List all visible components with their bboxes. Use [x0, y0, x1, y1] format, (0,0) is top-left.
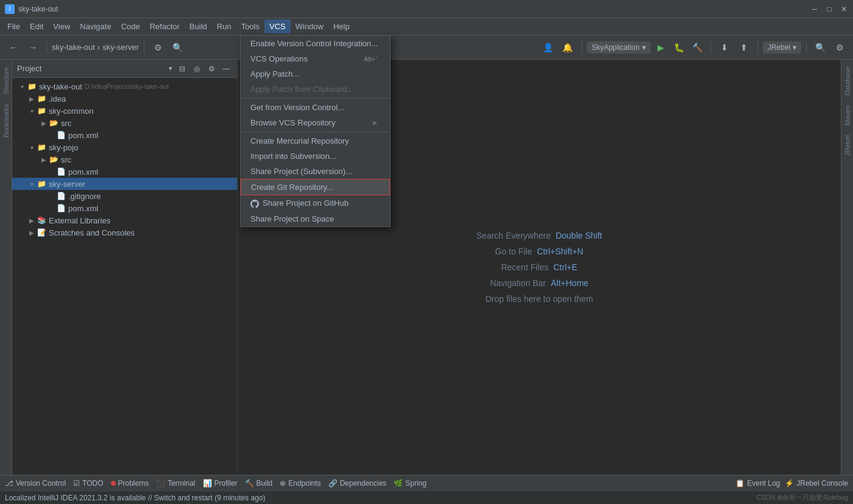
debug-button[interactable]: 🐛 [671, 40, 687, 55]
tree-item-pojo[interactable]: ▾ 📁 sky-pojo [12, 141, 237, 153]
avatar-button[interactable]: 👤 [540, 39, 557, 56]
menu-share-space[interactable]: Share Project on Space [241, 211, 390, 226]
search-button[interactable]: 🔍 [169, 39, 186, 56]
menu-create-git[interactable]: Create Git Repository... [241, 179, 390, 195]
sidebar-bookmarks[interactable]: Bookmarks [1, 102, 11, 140]
menu-enable-vcs[interactable]: Enable Version Control Integration... [241, 36, 390, 51]
git-pull-button[interactable]: ⬇ [716, 39, 733, 56]
status-jrebel-console[interactable]: ⚡ JRebel Console [785, 479, 848, 488]
status-profiler[interactable]: 📊 Profiler [203, 479, 238, 488]
folder-icon-idea: 📁 [37, 94, 46, 103]
tree-arrow-server: ▾ [27, 179, 37, 189]
panel-settings-button[interactable]: ⚙ [205, 63, 218, 75]
git-push-button[interactable]: ⬆ [735, 39, 752, 56]
tree-item-idea[interactable]: ▶ 📁 .idea [12, 93, 237, 105]
locate-button[interactable]: ◎ [191, 63, 203, 75]
menu-edit[interactable]: Edit [25, 19, 48, 33]
status-event-log[interactable]: 📋 Event Log [735, 479, 780, 488]
hint-drop-files: Drop files here to open them [476, 294, 602, 304]
breadcrumb-module[interactable]: sky-server [102, 43, 139, 52]
tree-arrow-root: ▾ [17, 82, 27, 91]
minimize-button[interactable]: ─ [810, 5, 819, 13]
menu-apply-patch[interactable]: Apply Patch... [241, 66, 390, 82]
maximize-button[interactable]: □ [825, 5, 834, 13]
toolbar: ← → sky-take-out › sky-server ⚙ 🔍 👤 🔔 Sk… [0, 35, 853, 60]
menu-create-mercurial[interactable]: Create Mercurial Repository [241, 133, 390, 149]
back-button[interactable]: ← [5, 39, 22, 56]
menu-view[interactable]: View [48, 19, 75, 33]
src-icon-pojo: 📂 [49, 155, 58, 164]
menu-vcs[interactable]: VCS [264, 19, 291, 33]
menu-tools[interactable]: Tools [236, 19, 264, 33]
tree-item-common[interactable]: ▾ 📁 sky-common [12, 105, 237, 117]
status-bar: ⎇ Version Control ☑ TODO Problems ⬛ Term… [0, 475, 853, 491]
menu-build[interactable]: Build [185, 19, 212, 33]
jrebel-config[interactable]: JRebel ▾ [763, 41, 801, 54]
search-toolbar-button[interactable]: 🔍 [812, 39, 829, 56]
tree-item-server[interactable]: ▾ 📁 sky-server [12, 178, 237, 190]
menu-run[interactable]: Run [212, 19, 236, 33]
tree-item-pojo-pom[interactable]: 📄 pom.xml [12, 166, 237, 178]
menu-share-subversion[interactable]: Share Project (Subversion)... [241, 164, 390, 179]
close-button[interactable]: ✕ [840, 5, 848, 13]
status-dependencies[interactable]: 🔗 Dependencies [328, 479, 387, 488]
sidebar-structure[interactable]: Structure [1, 65, 11, 97]
tree-item-scratches[interactable]: ▶ 📝 Scratches and Consoles [12, 226, 237, 239]
status-endpoints[interactable]: ⊕ Endpoints [280, 479, 320, 488]
sidebar-maven[interactable]: Maven [843, 103, 852, 128]
tree-item-root[interactable]: ▾ 📁 sky-take-out D:\IdeaProjects\sky-tak… [12, 80, 237, 93]
tree-item-pojo-src[interactable]: ▶ 📂 src [12, 153, 237, 166]
breadcrumb-sep: › [97, 43, 100, 52]
toolbar-sep-2 [144, 41, 144, 54]
tree-arrow-scratches: ▶ [27, 228, 37, 237]
menu-window[interactable]: Window [291, 19, 328, 33]
gear-button[interactable]: ⚙ [831, 39, 848, 56]
status-problems[interactable]: Problems [111, 479, 149, 488]
build-button[interactable]: 🔨 [690, 40, 706, 55]
status-spring[interactable]: 🌿 Spring [394, 479, 426, 488]
hint-search-everywhere: Search Everywhere Double Shift [476, 231, 602, 240]
forward-button[interactable]: → [24, 39, 41, 56]
collapse-all-button[interactable]: ⊟ [176, 63, 188, 75]
sidebar-jrebel[interactable]: JRebel [843, 133, 852, 158]
menu-browse-vcs[interactable]: Browse VCS Repository ▶ [241, 115, 390, 130]
tree-label-server-pom: pom.xml [68, 204, 98, 213]
settings-button[interactable]: ⚙ [149, 39, 166, 56]
menu-refactor[interactable]: Refactor [145, 19, 185, 33]
sidebar-database[interactable]: Database [843, 65, 852, 98]
ext-libs-icon: 📚 [37, 215, 46, 225]
hint-recent-files: Recent Files Ctrl+E [476, 262, 602, 272]
status-version-control[interactable]: ⎇ Version Control [5, 479, 66, 488]
menu-get-from-vcs[interactable]: Get from Version Control... [241, 100, 390, 115]
panel-dropdown[interactable]: ▾ [169, 65, 172, 72]
tree-item-common-pom[interactable]: 📄 pom.xml [12, 129, 237, 141]
share-space-label: Share Project on Space [250, 214, 334, 223]
import-subversion-label: Import into Subversion... [250, 152, 336, 161]
menu-navigate[interactable]: Navigate [75, 19, 116, 33]
menu-code[interactable]: Code [116, 19, 145, 33]
menu-help[interactable]: Help [328, 19, 355, 33]
breadcrumb-project[interactable]: sky-take-out [52, 43, 95, 52]
status-todo[interactable]: ☑ TODO [73, 479, 103, 488]
toolbar-sep-4 [710, 41, 711, 54]
status-terminal[interactable]: ⬛ Terminal [156, 479, 195, 488]
panel-hide-button[interactable]: — [220, 63, 232, 75]
status-build[interactable]: 🔨 Build [245, 479, 273, 488]
notification-button[interactable]: 🔔 [559, 39, 576, 56]
tree-item-ext-libs[interactable]: ▶ 📚 External Libraries [12, 214, 237, 226]
tree-item-server-pom[interactable]: 📄 pom.xml [12, 202, 237, 214]
menu-import-subversion[interactable]: Import into Subversion... [241, 149, 390, 164]
browse-vcs-label: Browse VCS Repository [250, 118, 335, 127]
dependencies-icon: 🔗 [328, 479, 338, 488]
menu-share-github[interactable]: Share Project on GitHub [241, 195, 390, 211]
tree-item-common-src[interactable]: ▶ 📂 src [12, 117, 237, 129]
run-button[interactable]: ▶ [653, 40, 669, 55]
window-controls[interactable]: ─ □ ✕ [810, 5, 848, 13]
folder-icon-common: 📁 [37, 106, 46, 116]
menu-vcs-operations[interactable]: VCS Operations Alt+` [241, 51, 390, 66]
tree-item-gitignore[interactable]: 📄 .gitignore [12, 190, 237, 202]
run-configuration[interactable]: SkyApplication ▾ [587, 41, 651, 54]
pom-icon-common: 📄 [56, 130, 66, 140]
menu-file[interactable]: File [2, 19, 25, 33]
hint-navigation-bar: Navigation Bar Alt+Home [476, 278, 602, 288]
